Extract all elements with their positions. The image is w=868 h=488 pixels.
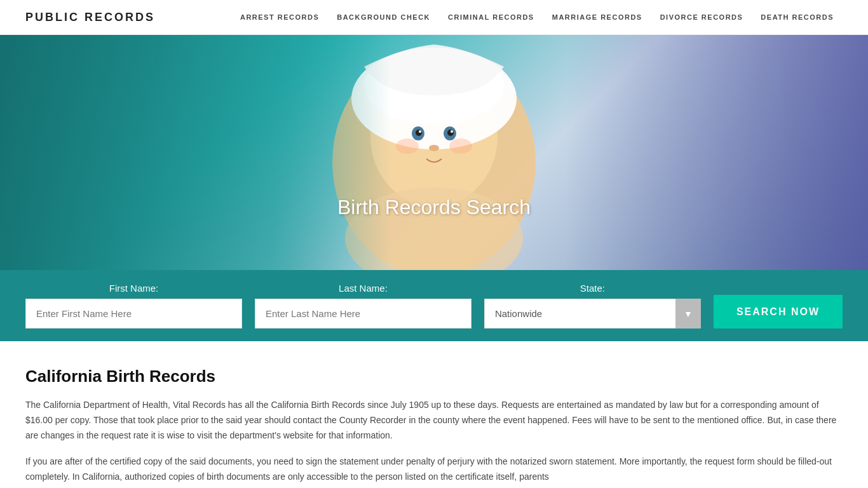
hero-purple-overlay: [564, 35, 868, 270]
svg-point-6: [416, 130, 422, 136]
state-select-wrapper: Nationwide Alabama Alaska Arizona Arkans…: [484, 299, 701, 329]
last-name-input[interactable]: [255, 299, 471, 329]
hero-title: Birth Records Search: [337, 196, 531, 219]
svg-point-12: [449, 139, 472, 154]
search-bar: First Name: Last Name: State: Nationwide…: [0, 270, 868, 341]
state-select[interactable]: Nationwide Alabama Alaska Arizona Arkans…: [484, 299, 701, 329]
search-button-container: SEARCH NOW: [714, 295, 843, 329]
first-name-field: First Name:: [25, 283, 242, 329]
svg-point-7: [447, 130, 454, 136]
main-content: California Birth Records The California …: [0, 341, 868, 488]
svg-point-10: [429, 145, 439, 151]
state-label: State:: [484, 283, 701, 294]
nav-marriage-records[interactable]: MARRIAGE RECORDS: [543, 13, 651, 21]
hero-section: Birth Records Search: [0, 35, 868, 270]
nav-divorce-records[interactable]: DIVORCE RECORDS: [651, 13, 752, 21]
hero-teal-overlay: [0, 35, 391, 270]
state-field: State: Nationwide Alabama Alaska Arizona…: [484, 283, 701, 329]
nav-criminal-records[interactable]: CRIMINAL RECORDS: [439, 13, 543, 21]
header: PUBLIC RECORDS ARREST RECORDS BACKGROUND…: [0, 0, 868, 35]
content-paragraph-2: If you are after of the certified copy o…: [25, 454, 843, 485]
svg-point-9: [451, 130, 453, 133]
last-name-label: Last Name:: [255, 283, 471, 294]
site-logo: PUBLIC RECORDS: [25, 11, 155, 24]
nav-death-records[interactable]: DEATH RECORDS: [752, 13, 843, 21]
svg-point-11: [396, 139, 419, 154]
nav-arrest-records[interactable]: ARREST RECORDS: [231, 13, 328, 21]
first-name-input[interactable]: [25, 299, 242, 329]
content-heading: California Birth Records: [25, 367, 843, 386]
svg-point-8: [419, 130, 421, 133]
content-paragraph-1: The California Department of Health, Vit…: [25, 398, 843, 443]
first-name-label: First Name:: [25, 283, 242, 294]
search-now-button[interactable]: SEARCH NOW: [714, 295, 843, 329]
last-name-field: Last Name:: [255, 283, 471, 329]
nav-background-check[interactable]: BACKGROUND CHECK: [328, 13, 439, 21]
nav: ARREST RECORDS BACKGROUND CHECK CRIMINAL…: [231, 13, 843, 21]
